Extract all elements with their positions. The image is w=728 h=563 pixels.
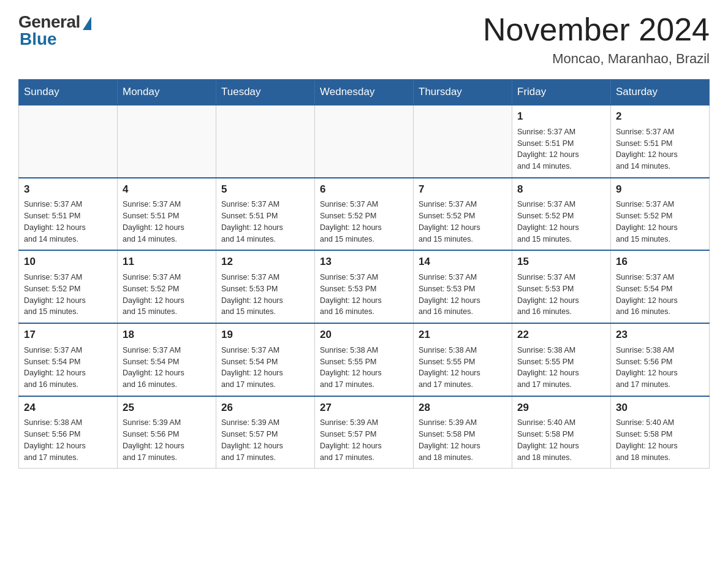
day-number: 8 xyxy=(517,182,605,197)
day-info: Sunrise: 5:37 AMSunset: 5:53 PMDaylight:… xyxy=(221,272,309,318)
calendar-cell xyxy=(315,105,414,178)
day-number: 4 xyxy=(123,182,211,197)
day-info: Sunrise: 5:39 AMSunset: 5:57 PMDaylight:… xyxy=(221,417,309,463)
day-info: Sunrise: 5:37 AMSunset: 5:54 PMDaylight:… xyxy=(616,272,704,318)
week-row-5: 24Sunrise: 5:38 AMSunset: 5:56 PMDayligh… xyxy=(19,396,710,469)
day-number: 10 xyxy=(24,255,112,270)
calendar-cell: 18Sunrise: 5:37 AMSunset: 5:54 PMDayligh… xyxy=(118,323,216,396)
calendar-cell: 22Sunrise: 5:38 AMSunset: 5:55 PMDayligh… xyxy=(512,323,611,396)
calendar-cell xyxy=(216,105,315,178)
day-number: 19 xyxy=(221,327,309,343)
day-info: Sunrise: 5:38 AMSunset: 5:55 PMDaylight:… xyxy=(517,345,605,391)
day-info: Sunrise: 5:37 AMSunset: 5:51 PMDaylight:… xyxy=(517,126,605,172)
day-info: Sunrise: 5:38 AMSunset: 5:55 PMDaylight:… xyxy=(419,345,507,391)
day-number: 27 xyxy=(320,400,408,416)
calendar-cell: 15Sunrise: 5:37 AMSunset: 5:53 PMDayligh… xyxy=(512,250,611,323)
day-info: Sunrise: 5:37 AMSunset: 5:53 PMDaylight:… xyxy=(517,272,605,318)
day-number: 1 xyxy=(517,109,605,124)
day-number: 7 xyxy=(419,182,507,197)
weekday-header-monday: Monday xyxy=(118,80,216,105)
calendar-cell: 5Sunrise: 5:37 AMSunset: 5:51 PMDaylight… xyxy=(216,178,315,251)
weekday-header-friday: Friday xyxy=(512,80,611,105)
day-info: Sunrise: 5:37 AMSunset: 5:52 PMDaylight:… xyxy=(616,199,704,245)
calendar-cell: 27Sunrise: 5:39 AMSunset: 5:57 PMDayligh… xyxy=(315,396,414,469)
day-info: Sunrise: 5:37 AMSunset: 5:54 PMDaylight:… xyxy=(221,345,309,391)
day-info: Sunrise: 5:37 AMSunset: 5:52 PMDaylight:… xyxy=(123,272,211,318)
week-row-3: 10Sunrise: 5:37 AMSunset: 5:52 PMDayligh… xyxy=(19,250,710,323)
day-number: 28 xyxy=(419,400,507,416)
calendar-cell: 23Sunrise: 5:38 AMSunset: 5:56 PMDayligh… xyxy=(611,323,710,396)
calendar-cell: 9Sunrise: 5:37 AMSunset: 5:52 PMDaylight… xyxy=(611,178,710,251)
day-info: Sunrise: 5:40 AMSunset: 5:58 PMDaylight:… xyxy=(517,417,605,463)
day-number: 17 xyxy=(24,327,112,343)
weekday-header-thursday: Thursday xyxy=(414,80,512,105)
calendar-cell: 16Sunrise: 5:37 AMSunset: 5:54 PMDayligh… xyxy=(611,250,710,323)
day-info: Sunrise: 5:37 AMSunset: 5:51 PMDaylight:… xyxy=(24,199,112,245)
day-number: 13 xyxy=(320,255,408,270)
calendar-cell: 21Sunrise: 5:38 AMSunset: 5:55 PMDayligh… xyxy=(414,323,512,396)
calendar-cell: 17Sunrise: 5:37 AMSunset: 5:54 PMDayligh… xyxy=(19,323,118,396)
weekday-header-saturday: Saturday xyxy=(611,80,710,105)
logo-blue-text: Blue xyxy=(20,29,57,49)
logo-triangle-icon xyxy=(83,17,91,30)
calendar-cell: 30Sunrise: 5:40 AMSunset: 5:58 PMDayligh… xyxy=(611,396,710,469)
day-number: 6 xyxy=(320,182,408,197)
calendar-cell: 8Sunrise: 5:37 AMSunset: 5:52 PMDaylight… xyxy=(512,178,611,251)
calendar-cell: 3Sunrise: 5:37 AMSunset: 5:51 PMDaylight… xyxy=(19,178,118,251)
day-number: 20 xyxy=(320,327,408,343)
day-number: 15 xyxy=(517,255,605,270)
day-info: Sunrise: 5:37 AMSunset: 5:52 PMDaylight:… xyxy=(320,199,408,245)
calendar-cell: 24Sunrise: 5:38 AMSunset: 5:56 PMDayligh… xyxy=(19,396,118,469)
day-number: 12 xyxy=(221,255,309,270)
title-block: November 2024 Moncao, Maranhao, Brazil xyxy=(483,12,710,67)
day-info: Sunrise: 5:39 AMSunset: 5:57 PMDaylight:… xyxy=(320,417,408,463)
calendar-cell: 14Sunrise: 5:37 AMSunset: 5:53 PMDayligh… xyxy=(414,250,512,323)
calendar-cell: 7Sunrise: 5:37 AMSunset: 5:52 PMDaylight… xyxy=(414,178,512,251)
calendar-cell xyxy=(118,105,216,178)
day-info: Sunrise: 5:38 AMSunset: 5:55 PMDaylight:… xyxy=(320,345,408,391)
day-info: Sunrise: 5:37 AMSunset: 5:54 PMDaylight:… xyxy=(123,345,211,391)
calendar-cell: 13Sunrise: 5:37 AMSunset: 5:53 PMDayligh… xyxy=(315,250,414,323)
day-number: 21 xyxy=(419,327,507,343)
week-row-4: 17Sunrise: 5:37 AMSunset: 5:54 PMDayligh… xyxy=(19,323,710,396)
weekday-header-row: SundayMondayTuesdayWednesdayThursdayFrid… xyxy=(19,80,710,105)
calendar-cell: 19Sunrise: 5:37 AMSunset: 5:54 PMDayligh… xyxy=(216,323,315,396)
day-info: Sunrise: 5:37 AMSunset: 5:51 PMDaylight:… xyxy=(221,199,309,245)
day-number: 22 xyxy=(517,327,605,343)
calendar-cell xyxy=(414,105,512,178)
day-info: Sunrise: 5:37 AMSunset: 5:53 PMDaylight:… xyxy=(419,272,507,318)
day-info: Sunrise: 5:39 AMSunset: 5:58 PMDaylight:… xyxy=(419,417,507,463)
day-info: Sunrise: 5:37 AMSunset: 5:52 PMDaylight:… xyxy=(419,199,507,245)
day-number: 25 xyxy=(123,400,211,416)
day-info: Sunrise: 5:38 AMSunset: 5:56 PMDaylight:… xyxy=(24,417,112,463)
day-info: Sunrise: 5:37 AMSunset: 5:51 PMDaylight:… xyxy=(616,126,704,172)
logo: General Blue xyxy=(18,12,91,49)
day-info: Sunrise: 5:37 AMSunset: 5:52 PMDaylight:… xyxy=(517,199,605,245)
calendar-cell: 12Sunrise: 5:37 AMSunset: 5:53 PMDayligh… xyxy=(216,250,315,323)
day-info: Sunrise: 5:39 AMSunset: 5:56 PMDaylight:… xyxy=(123,417,211,463)
day-number: 24 xyxy=(24,400,112,416)
calendar-cell: 26Sunrise: 5:39 AMSunset: 5:57 PMDayligh… xyxy=(216,396,315,469)
day-info: Sunrise: 5:37 AMSunset: 5:53 PMDaylight:… xyxy=(320,272,408,318)
calendar-cell: 2Sunrise: 5:37 AMSunset: 5:51 PMDaylight… xyxy=(611,105,710,178)
calendar-cell: 10Sunrise: 5:37 AMSunset: 5:52 PMDayligh… xyxy=(19,250,118,323)
day-number: 29 xyxy=(517,400,605,416)
calendar-cell: 28Sunrise: 5:39 AMSunset: 5:58 PMDayligh… xyxy=(414,396,512,469)
day-number: 9 xyxy=(616,182,704,197)
day-number: 5 xyxy=(221,182,309,197)
week-row-1: 1Sunrise: 5:37 AMSunset: 5:51 PMDaylight… xyxy=(19,105,710,178)
calendar-cell: 20Sunrise: 5:38 AMSunset: 5:55 PMDayligh… xyxy=(315,323,414,396)
day-number: 23 xyxy=(616,327,704,343)
day-info: Sunrise: 5:37 AMSunset: 5:52 PMDaylight:… xyxy=(24,272,112,318)
calendar-cell: 1Sunrise: 5:37 AMSunset: 5:51 PMDaylight… xyxy=(512,105,611,178)
day-number: 11 xyxy=(123,255,211,270)
calendar-cell: 6Sunrise: 5:37 AMSunset: 5:52 PMDaylight… xyxy=(315,178,414,251)
weekday-header-wednesday: Wednesday xyxy=(315,80,414,105)
calendar-cell xyxy=(19,105,118,178)
day-info: Sunrise: 5:38 AMSunset: 5:56 PMDaylight:… xyxy=(616,345,704,391)
calendar-cell: 4Sunrise: 5:37 AMSunset: 5:51 PMDaylight… xyxy=(118,178,216,251)
calendar-table: SundayMondayTuesdayWednesdayThursdayFrid… xyxy=(18,79,710,469)
page-header: General Blue November 2024 Moncao, Maran… xyxy=(18,12,710,67)
weekday-header-sunday: Sunday xyxy=(19,80,118,105)
day-number: 14 xyxy=(419,255,507,270)
